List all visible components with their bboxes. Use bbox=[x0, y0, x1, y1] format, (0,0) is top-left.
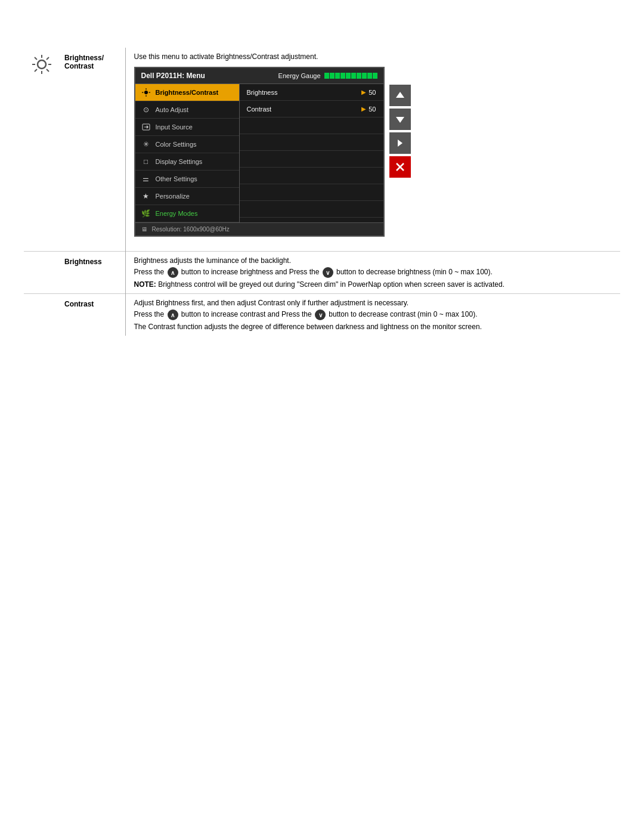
osd-body: Brightness/Contrast ⊙ Auto Adjust bbox=[135, 84, 383, 222]
brightness-note: NOTE: Brightness control will be greyed … bbox=[134, 280, 616, 289]
content-value-contrast: ▶ 50 bbox=[361, 106, 376, 113]
contrast-desc-2: Press the ∧ button to increase contrast … bbox=[134, 309, 616, 320]
energy-modes-menu-icon: 🌿 bbox=[141, 209, 151, 218]
svg-line-8 bbox=[35, 69, 37, 72]
menu-label-input-source: Input Source bbox=[156, 123, 193, 131]
menu-label-auto-adjust: Auto Adjust bbox=[156, 106, 189, 113]
osd-container: Dell P2011H: Menu Energy Gauge bbox=[134, 67, 616, 237]
content-value-brightness: ▶ 50 bbox=[361, 89, 376, 96]
menu-label-brightness-contrast: Brightness/Contrast bbox=[156, 89, 219, 96]
nav-down-button[interactable] bbox=[389, 109, 411, 130]
content-row-empty-3 bbox=[240, 151, 383, 168]
gauge-seg-9 bbox=[367, 73, 372, 79]
other-settings-menu-icon: ⚌ bbox=[141, 174, 151, 184]
osd-title: Dell P2011H: Menu bbox=[141, 72, 205, 80]
energy-gauge: Energy Gauge bbox=[278, 72, 377, 79]
menu-label-display-settings: Display Settings bbox=[156, 158, 203, 165]
energy-gauge-label: Energy Gauge bbox=[278, 72, 321, 79]
contrast-section-label: Contrast bbox=[60, 294, 125, 336]
contrast-icon-cell bbox=[24, 294, 60, 336]
menu-item-color-settings[interactable]: ✳ Color Settings bbox=[135, 136, 239, 153]
gauge-seg-10 bbox=[373, 73, 377, 79]
contrast-up-circle: ∧ bbox=[168, 309, 178, 320]
brightness-icon-cell bbox=[24, 252, 60, 294]
menu-item-input-source[interactable]: Input Source bbox=[135, 119, 239, 136]
osd-content-panel: Brightness ▶ 50 Contrast ▶ 50 bbox=[240, 84, 383, 222]
brightness-desc-1: Brightness adjusts the luminance of the … bbox=[134, 256, 616, 265]
nav-up-button[interactable] bbox=[389, 85, 411, 106]
brightness-value: 50 bbox=[369, 89, 376, 96]
brightness-up-circle: ∧ bbox=[168, 267, 178, 278]
menu-label-color-settings: Color Settings bbox=[156, 141, 197, 148]
menu-label-personalize: Personalize bbox=[156, 193, 190, 200]
brightness-label: Brightness bbox=[64, 258, 102, 266]
brightness-contrast-label: Brightness/ Contrast bbox=[60, 48, 125, 252]
gauge-seg-7 bbox=[357, 73, 361, 79]
gauge-seg-3 bbox=[335, 73, 340, 79]
content-row-empty-4 bbox=[240, 168, 383, 184]
osd-footer-text: Resolution: 1600x900@60Hz bbox=[152, 226, 230, 233]
brightness-contrast-icon-cell bbox=[24, 48, 60, 252]
nav-right-button[interactable] bbox=[389, 132, 411, 154]
top-description: Use this menu to activate Brightness/Con… bbox=[134, 52, 616, 61]
gauge-seg-1 bbox=[324, 73, 329, 79]
content-row-brightness: Brightness ▶ 50 bbox=[240, 84, 383, 101]
brightness-section-content: Brightness adjusts the luminance of the … bbox=[125, 252, 620, 294]
osd-menu: Dell P2011H: Menu Energy Gauge bbox=[134, 67, 385, 237]
display-settings-menu-icon: □ bbox=[141, 157, 151, 166]
menu-item-other-settings[interactable]: ⚌ Other Settings bbox=[135, 171, 239, 188]
content-row-empty-5 bbox=[240, 184, 383, 201]
brightness-contrast-icon bbox=[31, 54, 52, 75]
svg-line-5 bbox=[35, 57, 37, 60]
brightness-contrast-menu-icon bbox=[141, 88, 151, 97]
energy-gauge-bar bbox=[324, 73, 377, 79]
svg-marker-17 bbox=[396, 92, 404, 98]
osd-footer: 🖥 Resolution: 1600x900@60Hz bbox=[135, 222, 383, 236]
personalize-menu-icon: ★ bbox=[141, 191, 151, 201]
gauge-seg-6 bbox=[351, 73, 356, 79]
svg-marker-19 bbox=[398, 140, 402, 147]
contrast-value: 50 bbox=[369, 106, 376, 113]
osd-footer-icon: 🖥 bbox=[141, 226, 147, 233]
brightness-note-label: NOTE: bbox=[134, 280, 156, 289]
contrast-down-circle: ∨ bbox=[315, 309, 326, 320]
menu-label-other-settings: Other Settings bbox=[156, 175, 197, 182]
contrast-arrow: ▶ bbox=[361, 106, 366, 112]
color-settings-menu-icon: ✳ bbox=[141, 140, 151, 149]
brightness-section-label: Brightness bbox=[60, 252, 125, 294]
nav-close-button[interactable] bbox=[389, 156, 411, 178]
top-section-content: Use this menu to activate Brightness/Con… bbox=[125, 48, 620, 252]
menu-item-auto-adjust[interactable]: ⊙ Auto Adjust bbox=[135, 101, 239, 119]
menu-item-energy-modes[interactable]: 🌿 Energy Modes bbox=[135, 205, 239, 222]
contrast-section-content: Adjust Brightness first, and then adjust… bbox=[125, 294, 620, 336]
osd-menu-items: Brightness/Contrast ⊙ Auto Adjust bbox=[135, 84, 240, 222]
nav-buttons bbox=[389, 85, 411, 178]
gauge-seg-5 bbox=[346, 73, 351, 79]
menu-item-display-settings[interactable]: □ Display Settings bbox=[135, 153, 239, 171]
gauge-seg-8 bbox=[362, 73, 367, 79]
menu-item-personalize[interactable]: ★ Personalize bbox=[135, 188, 239, 205]
svg-point-0 bbox=[38, 60, 46, 69]
svg-marker-18 bbox=[396, 117, 404, 123]
content-row-empty-2 bbox=[240, 134, 383, 151]
svg-line-7 bbox=[47, 57, 49, 60]
osd-header: Dell P2011H: Menu Energy Gauge bbox=[135, 68, 383, 84]
brightness-desc-2: Press the ∧ button to increase brightnes… bbox=[134, 267, 616, 278]
content-label-contrast: Contrast bbox=[247, 106, 272, 113]
content-row-contrast: Contrast ▶ 50 bbox=[240, 101, 383, 117]
svg-line-6 bbox=[47, 69, 49, 72]
contrast-label: Contrast bbox=[64, 300, 94, 308]
brightness-arrow: ▶ bbox=[361, 89, 366, 95]
brightness-note-text: Brightness control will be greyed out du… bbox=[158, 280, 504, 289]
gauge-seg-4 bbox=[340, 73, 345, 79]
menu-item-brightness-contrast[interactable]: Brightness/Contrast bbox=[135, 84, 239, 101]
menu-label-energy-modes: Energy Modes bbox=[156, 210, 198, 217]
section-label: Brightness/ Contrast bbox=[64, 54, 104, 70]
contrast-desc-1: Adjust Brightness first, and then adjust… bbox=[134, 299, 616, 307]
input-source-menu-icon bbox=[141, 122, 151, 132]
brightness-down-circle: ∨ bbox=[323, 267, 333, 278]
svg-point-9 bbox=[144, 91, 148, 94]
content-row-empty-6 bbox=[240, 201, 383, 218]
gauge-seg-2 bbox=[330, 73, 335, 79]
contrast-desc-3: The Contrast function adjusts the degree… bbox=[134, 323, 616, 331]
